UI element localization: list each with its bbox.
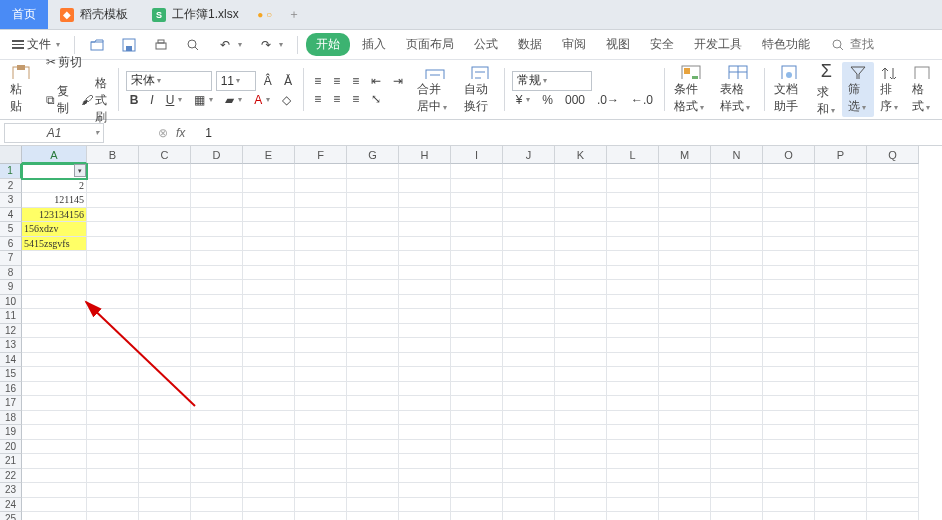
cell-O7[interactable] xyxy=(763,251,815,266)
cell-D20[interactable] xyxy=(191,440,243,455)
cell-A5[interactable]: 156xdzv xyxy=(22,222,87,237)
column-header-G[interactable]: G xyxy=(347,146,399,164)
cell-K6[interactable] xyxy=(555,237,607,252)
cell-Q25[interactable] xyxy=(867,512,919,520)
cell-A7[interactable] xyxy=(22,251,87,266)
cell-F10[interactable] xyxy=(295,295,347,310)
cell-A12[interactable] xyxy=(22,324,87,339)
cell-K25[interactable] xyxy=(555,512,607,520)
cell-E25[interactable] xyxy=(243,512,295,520)
cell-G18[interactable] xyxy=(347,411,399,426)
column-header-N[interactable]: N xyxy=(711,146,763,164)
cell-K19[interactable] xyxy=(555,425,607,440)
cell-M22[interactable] xyxy=(659,469,711,484)
cell-C19[interactable] xyxy=(139,425,191,440)
cell-P19[interactable] xyxy=(815,425,867,440)
cell-D1[interactable] xyxy=(191,164,243,179)
cell-M25[interactable] xyxy=(659,512,711,520)
cell-P4[interactable] xyxy=(815,208,867,223)
column-header-J[interactable]: J xyxy=(503,146,555,164)
cell-C15[interactable] xyxy=(139,367,191,382)
cell-I24[interactable] xyxy=(451,498,503,513)
cell-P12[interactable] xyxy=(815,324,867,339)
cell-A14[interactable] xyxy=(22,353,87,368)
cell-C21[interactable] xyxy=(139,454,191,469)
cell-O17[interactable] xyxy=(763,396,815,411)
cell-N17[interactable] xyxy=(711,396,763,411)
cell-O14[interactable] xyxy=(763,353,815,368)
cell-H10[interactable] xyxy=(399,295,451,310)
cell-H13[interactable] xyxy=(399,338,451,353)
cell-K4[interactable] xyxy=(555,208,607,223)
cell-I15[interactable] xyxy=(451,367,503,382)
cell-I3[interactable] xyxy=(451,193,503,208)
cell-C17[interactable] xyxy=(139,396,191,411)
cell-B25[interactable] xyxy=(87,512,139,520)
cell-Q14[interactable] xyxy=(867,353,919,368)
cell-Q13[interactable] xyxy=(867,338,919,353)
cell-F7[interactable] xyxy=(295,251,347,266)
cell-D10[interactable] xyxy=(191,295,243,310)
cell-G8[interactable] xyxy=(347,266,399,281)
wrap-text-button[interactable]: 自动换行 xyxy=(458,62,501,117)
cell-H7[interactable] xyxy=(399,251,451,266)
cell-D22[interactable] xyxy=(191,469,243,484)
cell-E19[interactable] xyxy=(243,425,295,440)
cell-O1[interactable] xyxy=(763,164,815,179)
cell-O23[interactable] xyxy=(763,483,815,498)
filter-dropdown-icon[interactable]: ▾ xyxy=(74,164,86,177)
cell-D13[interactable] xyxy=(191,338,243,353)
cell-F17[interactable] xyxy=(295,396,347,411)
cell-L18[interactable] xyxy=(607,411,659,426)
cell-O5[interactable] xyxy=(763,222,815,237)
cell-B2[interactable] xyxy=(87,179,139,194)
cell-I11[interactable] xyxy=(451,309,503,324)
cell-E14[interactable] xyxy=(243,353,295,368)
cell-O13[interactable] xyxy=(763,338,815,353)
cell-I22[interactable] xyxy=(451,469,503,484)
cell-D4[interactable] xyxy=(191,208,243,223)
cell-N4[interactable] xyxy=(711,208,763,223)
indent-dec-button[interactable]: ⇤ xyxy=(367,72,385,90)
paste-button[interactable]: 粘贴 xyxy=(4,62,38,117)
row-header-21[interactable]: 21 xyxy=(0,454,22,469)
currency-button[interactable]: ¥▾ xyxy=(512,91,535,109)
cell-I10[interactable] xyxy=(451,295,503,310)
qat-redo[interactable]: ↷▾ xyxy=(252,34,289,56)
cell-N9[interactable] xyxy=(711,280,763,295)
cell-A21[interactable] xyxy=(22,454,87,469)
cell-A8[interactable] xyxy=(22,266,87,281)
row-header-18[interactable]: 18 xyxy=(0,411,22,426)
cell-F24[interactable] xyxy=(295,498,347,513)
cell-C10[interactable] xyxy=(139,295,191,310)
cell-J4[interactable] xyxy=(503,208,555,223)
cell-L5[interactable] xyxy=(607,222,659,237)
cell-Q11[interactable] xyxy=(867,309,919,324)
cell-P17[interactable] xyxy=(815,396,867,411)
cell-M7[interactable] xyxy=(659,251,711,266)
cell-M8[interactable] xyxy=(659,266,711,281)
sort-button[interactable]: 排序▾ xyxy=(874,62,906,117)
cell-L12[interactable] xyxy=(607,324,659,339)
cell-F23[interactable] xyxy=(295,483,347,498)
cell-L3[interactable] xyxy=(607,193,659,208)
cell-L2[interactable] xyxy=(607,179,659,194)
cell-D18[interactable] xyxy=(191,411,243,426)
align-right-button[interactable]: ≡ xyxy=(348,90,363,108)
cell-G4[interactable] xyxy=(347,208,399,223)
cell-P5[interactable] xyxy=(815,222,867,237)
row-header-4[interactable]: 4 xyxy=(0,208,22,223)
cell-F2[interactable] xyxy=(295,179,347,194)
cell-A10[interactable] xyxy=(22,295,87,310)
cell-F3[interactable] xyxy=(295,193,347,208)
cell-K20[interactable] xyxy=(555,440,607,455)
ribbon-tab-formula[interactable]: 公式 xyxy=(466,32,506,57)
cell-G5[interactable] xyxy=(347,222,399,237)
cell-D3[interactable] xyxy=(191,193,243,208)
cell-N23[interactable] xyxy=(711,483,763,498)
cell-E6[interactable] xyxy=(243,237,295,252)
cell-L1[interactable] xyxy=(607,164,659,179)
cell-D16[interactable] xyxy=(191,382,243,397)
row-header-9[interactable]: 9 xyxy=(0,280,22,295)
cell-E23[interactable] xyxy=(243,483,295,498)
